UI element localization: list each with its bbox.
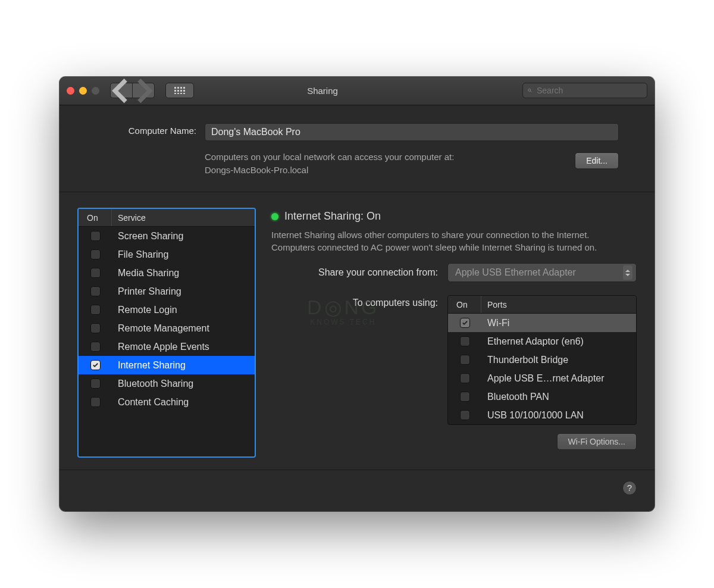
service-row[interactable]: Remote Login — [79, 301, 255, 319]
footer: ? — [60, 470, 654, 511]
help-button[interactable]: ? — [622, 481, 637, 495]
service-label: Media Sharing — [112, 268, 255, 279]
service-label: Internet Sharing — [112, 360, 255, 371]
access-text: Computers on your local network can acce… — [205, 152, 454, 162]
checkbox[interactable] — [90, 268, 101, 278]
checkbox[interactable] — [90, 342, 101, 352]
port-label: Bluetooth PAN — [481, 392, 636, 402]
titlebar: Sharing — [60, 77, 654, 105]
service-row[interactable]: Screen Sharing — [79, 227, 255, 245]
port-label: USB 10/100/1000 LAN — [481, 410, 636, 421]
port-label: Apple USB E…rnet Adapter — [481, 373, 636, 384]
port-row[interactable]: Bluetooth PAN — [448, 387, 636, 406]
maximize-icon[interactable] — [92, 87, 99, 95]
wifi-options-button[interactable]: Wi-Fi Options... — [557, 433, 637, 450]
service-row[interactable]: Printer Sharing — [79, 282, 255, 301]
port-row[interactable]: USB 10/100/1000 LAN — [448, 406, 636, 424]
service-row[interactable]: Media Sharing — [79, 264, 255, 282]
service-label: Screen Sharing — [112, 231, 255, 242]
checkbox[interactable] — [460, 373, 470, 383]
preferences-window: Sharing Computer Name: Dong's MacBook Pr… — [60, 77, 654, 512]
share-from-value: Apple USB Ethernet Adapter — [455, 267, 576, 278]
service-row[interactable]: Remote Apple Events — [79, 337, 255, 356]
checkbox[interactable] — [90, 397, 101, 407]
service-row[interactable]: Bluetooth Sharing — [79, 374, 255, 393]
computer-name-label: Computer Name: — [95, 123, 196, 136]
ports-header-on: On — [448, 296, 481, 313]
services-list[interactable]: On Service Screen SharingFile SharingMed… — [77, 208, 256, 458]
computer-name-field[interactable]: Dong's MacBook Pro — [205, 123, 619, 141]
port-label: Thunderbolt Bridge — [481, 355, 636, 365]
updown-arrows-icon — [623, 265, 632, 280]
checkbox[interactable] — [460, 355, 470, 365]
close-icon[interactable] — [67, 87, 74, 95]
window-title: Sharing — [129, 86, 516, 96]
service-label: Remote Management — [112, 323, 255, 334]
service-label: File Sharing — [112, 249, 255, 260]
ports-header-ports: Ports — [481, 296, 636, 313]
to-computers-label: To computers using: — [271, 295, 438, 308]
minimize-icon[interactable] — [79, 87, 87, 95]
port-row[interactable]: Thunderbolt Bridge — [448, 351, 636, 369]
service-detail: D◎NGKNOWS TECH Internet Sharing: On Inte… — [271, 208, 637, 458]
service-label: Content Caching — [112, 397, 255, 408]
checkmark-icon — [462, 320, 468, 326]
window-controls — [67, 87, 99, 95]
checkbox[interactable] — [460, 410, 470, 420]
service-row[interactable]: File Sharing — [79, 245, 255, 264]
hostname-text: Dongs-MacBook-Pro.local — [205, 165, 308, 175]
computer-name-value: Dong's MacBook Pro — [211, 127, 300, 137]
share-from-popup[interactable]: Apple USB Ethernet Adapter — [447, 263, 637, 282]
checkbox[interactable] — [90, 323, 101, 333]
service-row[interactable]: Remote Management — [79, 319, 255, 337]
service-row[interactable]: Content Caching — [79, 393, 255, 411]
status-indicator-icon — [271, 213, 278, 220]
checkbox[interactable] — [90, 231, 101, 241]
search-field[interactable] — [522, 83, 647, 98]
computer-name-section: Computer Name: Dong's MacBook Pro Comput… — [60, 105, 654, 193]
ports-header: On Ports — [448, 296, 636, 314]
service-description: Internet Sharing allows other computers … — [271, 229, 605, 254]
checkbox[interactable] — [90, 249, 101, 259]
checkbox[interactable] — [90, 286, 101, 296]
checkbox[interactable] — [90, 305, 101, 315]
port-row[interactable]: Wi-Fi — [448, 314, 636, 332]
share-from-label: Share your connection from: — [271, 267, 438, 278]
main-content: On Service Screen SharingFile SharingMed… — [60, 192, 654, 470]
checkbox[interactable] — [460, 392, 470, 402]
port-row[interactable]: Ethernet Adaptor (en6) — [448, 332, 636, 351]
checkbox[interactable] — [90, 360, 101, 370]
service-label: Printer Sharing — [112, 286, 255, 297]
services-header-service: Service — [112, 209, 255, 226]
checkbox[interactable] — [460, 318, 470, 328]
port-label: Wi-Fi — [481, 318, 636, 329]
edit-button[interactable]: Edit... — [575, 152, 619, 169]
port-label: Ethernet Adaptor (en6) — [481, 336, 636, 347]
service-row[interactable]: Internet Sharing — [79, 356, 255, 374]
svg-point-12 — [528, 89, 531, 92]
checkbox[interactable] — [460, 336, 470, 346]
checkbox[interactable] — [90, 379, 101, 389]
service-label: Remote Apple Events — [112, 342, 255, 352]
checkmark-icon — [92, 362, 99, 368]
svg-line-13 — [530, 91, 531, 92]
service-label: Remote Login — [112, 305, 255, 315]
search-input[interactable] — [536, 85, 642, 96]
search-icon — [528, 86, 532, 95]
port-row[interactable]: Apple USB E…rnet Adapter — [448, 369, 636, 387]
services-header-on: On — [79, 209, 112, 226]
services-header: On Service — [79, 209, 255, 227]
ports-list[interactable]: On Ports Wi-FiEthernet Adaptor (en6)Thun… — [447, 295, 637, 425]
status-title: Internet Sharing: On — [284, 210, 381, 223]
service-label: Bluetooth Sharing — [112, 379, 255, 389]
